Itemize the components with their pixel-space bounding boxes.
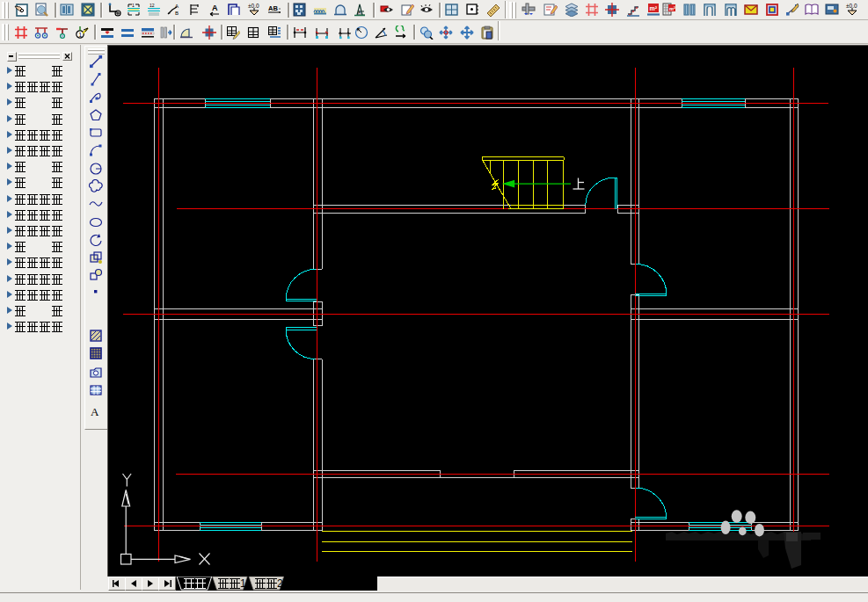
svg-text:1: 1 xyxy=(132,3,135,8)
svg-text:12: 12 xyxy=(150,3,155,8)
svg-text:A: A xyxy=(212,4,218,12)
svg-text:±0.0: ±0.0 xyxy=(846,3,857,9)
svg-text:m²: m² xyxy=(669,6,675,11)
svg-text:m²: m² xyxy=(650,5,658,11)
svg-text:A: A xyxy=(91,405,99,418)
svg-text:AB: AB xyxy=(268,4,278,12)
svg-text:B: B xyxy=(175,11,179,16)
svg-text:±0.0: ±0.0 xyxy=(248,3,259,9)
svg-text:1: 1 xyxy=(78,32,82,38)
svg-text:A: A xyxy=(175,4,179,9)
